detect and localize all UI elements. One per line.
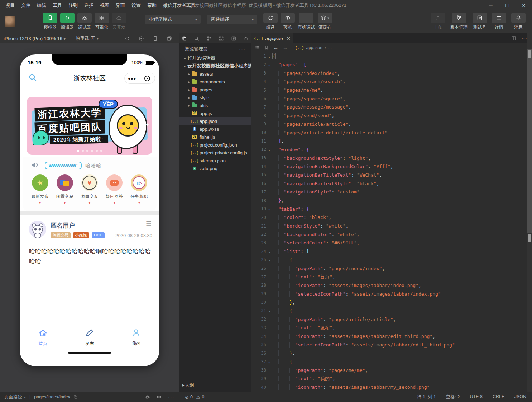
- menu-项目[interactable]: 项目: [2, 0, 18, 11]
- menu-设置[interactable]: 设置: [128, 0, 144, 11]
- toolbar-button-编译[interactable]: 编译: [263, 13, 278, 30]
- toolbar-button-测试号[interactable]: 测试号: [473, 13, 487, 30]
- editor-scrollbar[interactable]: [527, 33, 532, 392]
- search-icon[interactable]: [28, 73, 37, 83]
- code-line-11[interactable]: 11 ],: [251, 137, 527, 145]
- toolbar-button-真机调试[interactable]: 真机调试: [298, 13, 315, 30]
- announcement-bar[interactable]: wwwwwww: 哈哈哈: [30, 160, 101, 171]
- tree-item-fishei.js[interactable]: JSfishei.js: [179, 133, 251, 141]
- tree-project-root[interactable]: ▾云开发校园微社区微信小程序源码: [179, 62, 251, 70]
- nav-item-闲置交易[interactable]: 闲置交易 ▼: [53, 174, 76, 205]
- tree-item-project.config.json[interactable]: {..}project.config.json: [179, 141, 251, 149]
- more-button[interactable]: ●●●: [125, 76, 140, 81]
- breadcrumb-file[interactable]: app.json: [306, 45, 322, 50]
- copy-icon[interactable]: [73, 395, 78, 399]
- code-line-9[interactable]: 9 "pages/article/article",: [251, 120, 527, 129]
- split-editor-icon[interactable]: [511, 36, 516, 41]
- more-actions-icon[interactable]: ···: [521, 35, 527, 42]
- avatar[interactable]: [5, 16, 15, 27]
- tree-item-assets[interactable]: ▸assets: [179, 70, 251, 78]
- menu-视图[interactable]: 视图: [97, 0, 112, 11]
- toolbar-button-清缓存[interactable]: ▾清缓存: [318, 13, 332, 30]
- fold-chevron-icon[interactable]: ⌄: [266, 250, 273, 253]
- code-line-30[interactable]: 30 },: [251, 298, 527, 307]
- debug-icon[interactable]: [145, 394, 150, 399]
- maximize-button[interactable]: ☐: [499, 0, 516, 11]
- hot-reload-toggle[interactable]: 热重载 开 ▾: [76, 35, 99, 42]
- fold-chevron-icon[interactable]: ⌄: [266, 258, 273, 262]
- code-line-22[interactable]: 22 "backgroundColor": "white",: [251, 230, 527, 239]
- toolbar-button-消息[interactable]: 消息: [511, 13, 526, 30]
- more-actions-icon[interactable]: ···: [239, 46, 246, 52]
- minimize-button[interactable]: ─: [483, 0, 499, 11]
- search-icon[interactable]: [194, 36, 199, 41]
- phone-tab-首页[interactable]: 首页: [20, 323, 66, 352]
- code-line-29[interactable]: 29 "selectedIconPath": "assets/images/ta…: [251, 289, 527, 298]
- more-actions-icon[interactable]: ···: [168, 394, 175, 399]
- menu-选择[interactable]: 选择: [81, 0, 97, 11]
- close-capsule-button[interactable]: [140, 76, 155, 81]
- code-line-12[interactable]: 12⌄ "window": {: [251, 145, 527, 154]
- statusbar-item[interactable]: 空格: 2: [446, 394, 460, 400]
- nav-item-最新发布[interactable]: ★ 最新发布 ▼: [29, 174, 52, 205]
- code-line-33[interactable]: 33 "text": "发布",: [251, 324, 527, 332]
- code-line-35[interactable]: 35 "selectedIconPath": "assets/images/ta…: [251, 340, 527, 349]
- code-line-1[interactable]: 1⌄{: [251, 52, 527, 61]
- code-line-18[interactable]: 18 },: [251, 196, 527, 205]
- toolbar-button-可视化[interactable]: 可视化: [95, 13, 109, 30]
- code-line-3[interactable]: 3 "pages/index/index",: [251, 69, 527, 77]
- menu-界面[interactable]: 界面: [112, 0, 128, 11]
- toolbar-button-预览[interactable]: 预览: [281, 13, 295, 30]
- code-line-7[interactable]: 7 "pages/message/message",: [251, 103, 527, 111]
- code-line-8[interactable]: 8 "pages/send/send",: [251, 111, 527, 120]
- files-icon[interactable]: [182, 36, 187, 41]
- tree-open-editors[interactable]: ▸打开的编辑器: [179, 54, 251, 62]
- code-line-37[interactable]: 37⌄ {: [251, 358, 527, 366]
- outline-list-icon[interactable]: [255, 45, 260, 50]
- statusbar-item[interactable]: 行 1, 列 1: [417, 394, 436, 400]
- code-line-5[interactable]: 5 "pages/me/me",: [251, 86, 527, 95]
- code-line-40[interactable]: 40 "iconPath": "assets/images/tabbar/my_…: [251, 383, 527, 392]
- code-line-38[interactable]: 38 "pagePath": "pages/me/me",: [251, 366, 527, 374]
- refresh-icon[interactable]: [125, 36, 130, 41]
- code-line-10[interactable]: 10 "pages/article-detail/article-detail": [251, 128, 527, 137]
- code-line-23[interactable]: 23 "selectedColor": "#6799FF",: [251, 239, 527, 247]
- menu-转到[interactable]: 转到: [65, 0, 81, 11]
- menu-工具[interactable]: 工具: [49, 0, 65, 11]
- tree-item-utils[interactable]: ▸utils: [179, 101, 251, 109]
- code-line-36[interactable]: 36 },: [251, 349, 527, 358]
- banner-carousel[interactable]: 浙江农林大学 百度贴吧团队 2020年纳新开始啦~ YEP ✦ ✧: [27, 97, 152, 155]
- tree-item-app.json[interactable]: {..}app.json: [179, 117, 251, 125]
- code-line-6[interactable]: 6 "pages/square/square",: [251, 94, 527, 103]
- code-line-28[interactable]: 28 "iconPath": "assets/images/tabbar/ind…: [251, 281, 527, 290]
- compile-dropdown[interactable]: 普通编译 ▾: [207, 15, 257, 24]
- toolbar-button-调试器[interactable]: 调试器: [77, 13, 92, 30]
- bookmark-icon[interactable]: [264, 45, 269, 50]
- fold-chevron-icon[interactable]: ⌄: [266, 360, 273, 364]
- fold-chevron-icon[interactable]: ⌄: [266, 207, 273, 211]
- outline-section[interactable]: ▸大纲: [179, 381, 251, 389]
- post-avatar[interactable]: [29, 221, 46, 238]
- post-card[interactable]: 匿名用户 ☰ 闲置交易小姐姐Lv20 2020-08-28 08:30 哈哈哈哈…: [20, 215, 159, 324]
- toolbar-button-版本管理[interactable]: 版本管理: [450, 13, 468, 30]
- code-line-2[interactable]: 2⌄ "pages": [: [251, 61, 527, 69]
- code-line-16[interactable]: 16 "navigationBarTextStyle": "black",: [251, 179, 527, 188]
- tree-item-app.js[interactable]: JSapp.js: [179, 109, 251, 117]
- close-icon[interactable]: ✕: [287, 36, 291, 41]
- code-line-19[interactable]: 19⌄ "tabBar": {: [251, 205, 527, 213]
- code-line-4[interactable]: 4 "pages/serach/search",: [251, 77, 527, 86]
- fold-chevron-icon[interactable]: ⌄: [266, 54, 273, 58]
- breadcrumb-more[interactable]: ...: [328, 45, 332, 50]
- code-line-25[interactable]: 25⌄ {: [251, 256, 527, 264]
- code-line-31[interactable]: 31⌄ {: [251, 307, 527, 315]
- phone-icon[interactable]: [153, 36, 158, 41]
- statusbar-item[interactable]: UTF-8: [470, 394, 483, 400]
- code-line-20[interactable]: 20 "color": "black",: [251, 213, 527, 222]
- menu-帮助[interactable]: 帮助: [144, 0, 160, 11]
- phone-tab-发布[interactable]: 发布: [66, 323, 113, 352]
- code-line-17[interactable]: 17 "navigationStyle": "custom": [251, 188, 527, 196]
- fold-chevron-icon[interactable]: ⌄: [266, 63, 273, 67]
- tree-item-app.wxss[interactable]: Sapp.wxss: [179, 125, 251, 133]
- code-line-15[interactable]: 15 "navigationBarTitleText": "WeChat",: [251, 171, 527, 180]
- tree-item-zafu.png[interactable]: ▲zafu.png: [179, 164, 251, 172]
